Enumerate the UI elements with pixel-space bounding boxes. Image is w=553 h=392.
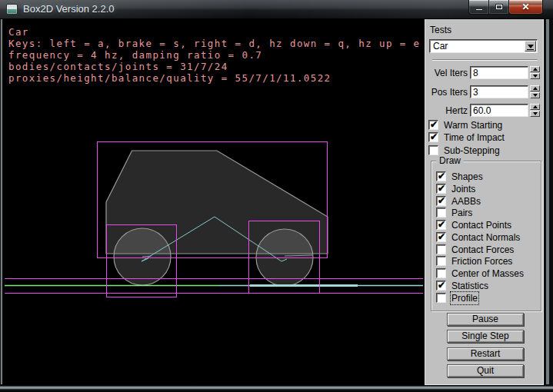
simulation-canvas[interactable]: CarKeys: left = a, brake = s, right = d,… [3,19,425,385]
close-button[interactable]: ✕ [508,0,543,15]
hud-line: proxies/height/balance/quality = 55/7/1/… [8,72,421,84]
aabbs-checkbox[interactable] [436,196,446,206]
statistics-label: Statistics [451,281,488,291]
window: Box2D Version 2.2.0 ✕ [0,0,553,392]
joints-checkbox[interactable] [436,184,446,194]
tests-dropdown[interactable]: Car [429,39,538,53]
pairs-checkbox[interactable] [436,208,446,218]
dropdown-arrow-button[interactable] [525,41,536,51]
vel-iters-spin-up-button[interactable] [530,66,540,72]
warm-starting-label: Warm Starting [444,120,502,131]
contact-normals-label: Contact Normals [451,232,520,243]
pos-iters-spin-up-button[interactable] [530,85,540,91]
title-bar[interactable]: Box2D Version 2.2.0 ✕ [0,0,553,19]
warm-starting-checkbox[interactable] [428,120,438,130]
pos-iters-spinner [530,85,540,98]
contact-forces-checkbox[interactable] [436,244,446,254]
dropdown-underline [527,49,534,50]
vel-iters-input[interactable] [470,66,528,79]
center-of-masses-checkbox[interactable] [436,268,446,278]
arrow-down-icon [533,75,538,78]
contact-normals-checkbox[interactable] [436,232,446,242]
arrow-up-icon [533,87,538,90]
time-of-impact-checkbox[interactable] [428,132,438,142]
vel-iters-spin-down-button[interactable] [530,73,540,79]
hertz-spinner [530,104,540,117]
maximize-button[interactable] [488,0,509,15]
hertz-spin-down-button[interactable] [530,111,540,117]
contact-points-checkbox[interactable] [436,220,446,230]
draw-group-title: Draw [436,155,464,166]
close-icon: ✕ [521,2,529,12]
window-border-right [544,19,553,384]
maximize-icon [495,4,503,10]
pause-button[interactable]: Pause [447,313,524,326]
pos-iters-spin-down-button[interactable] [530,92,540,98]
pos-iters-row: Pos Iters [425,85,545,98]
sub-stepping-label: Sub-Stepping [444,145,500,156]
friction-forces-label: Friction Forces [451,256,512,267]
center-of-masses-label: Center of Masses [451,268,524,279]
arrow-down-icon [533,94,538,97]
hud-line: Keys: left = a, brake = s, right = d, hz… [8,38,421,49]
shapes-label: Shapes [451,171,483,182]
time-of-impact-label: Time of Impact [444,132,505,143]
profile-label: Profile [451,293,478,304]
hertz-label: Hertz [425,105,468,116]
hertz-row: Hertz [425,104,545,117]
sub-stepping-checkbox[interactable] [428,145,438,155]
hud-line: frequency = 4 hz, damping ratio = 0.7 [8,49,421,61]
quit-button[interactable]: Quit [447,364,524,377]
aabbs-label: AABBs [451,196,481,207]
profile-checkbox[interactable] [436,293,446,303]
statistics-checkbox[interactable] [436,281,446,291]
friction-forces-checkbox[interactable] [436,256,446,266]
hertz-spin-up-button[interactable] [530,104,540,110]
pos-iters-input[interactable] [470,85,528,98]
hud-line: bodies/contacts/joints = 31/7/24 [8,61,421,72]
minimize-button[interactable] [468,0,489,15]
vel-iters-row: Vel Iters [425,66,545,79]
chevron-down-icon [528,45,534,48]
shapes-checkbox[interactable] [436,171,446,181]
pos-iters-label: Pos Iters [425,87,468,98]
tests-label: Tests [430,25,451,35]
app-icon [6,4,18,15]
pairs-label: Pairs [451,208,472,218]
tests-selected-value: Car [433,41,448,51]
arrow-down-icon [533,112,538,115]
separator [432,59,538,61]
arrow-up-icon [533,68,538,71]
window-controls: ✕ [468,0,543,15]
window-title: Box2D Version 2.2.0 [23,3,115,15]
contact-forces-label: Contact Forces [451,244,514,255]
contact-points-label: Contact Points [451,220,511,231]
single-step-button[interactable]: Single Step [447,330,524,343]
hud-stats: CarKeys: left = a, brake = s, right = d,… [8,26,421,84]
arrow-up-icon [533,105,538,108]
window-border-bottom [0,384,553,392]
control-panel: Tests Car Vel ItersPos ItersHertz Warm S… [425,19,544,385]
hertz-input[interactable] [470,104,528,117]
hud-line: Car [8,26,421,38]
vel-iters-spinner [530,66,540,79]
vel-iters-label: Vel Iters [425,68,468,78]
minimize-icon [475,8,483,11]
joints-label: Joints [451,184,475,194]
restart-button[interactable]: Restart [447,347,524,360]
